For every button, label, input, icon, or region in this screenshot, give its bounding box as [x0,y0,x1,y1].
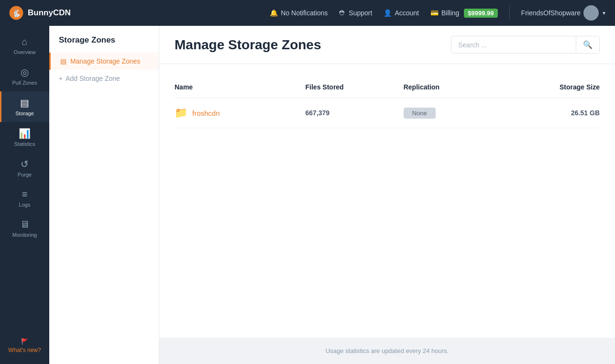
main-content-area: Manage Storage Zones 🔍 Name Files Stored… [159,26,615,364]
main-footer: Usage statistics are updated every 24 ho… [159,338,615,364]
logs-icon: ≡ [22,189,28,200]
support-icon: ⛑ [339,9,346,17]
nav-divider [509,6,510,20]
storage-zone-name-cell: 📁 froshcdn [175,107,306,119]
search-input[interactable] [451,37,576,53]
storage-size-cell: 26.51 GB [502,109,600,117]
whats-new-button[interactable]: 🚩 What's new? [0,332,49,359]
brand-name: BunnyCDN [28,8,71,18]
sidebar-item-overview[interactable]: ⌂ Overview [0,31,49,61]
footer-note: Usage statistics are updated every 24 ho… [175,347,600,354]
folder-icon: 📁 [175,107,187,119]
billing-label: Billing [441,9,459,17]
support-label: Support [349,9,372,17]
sidebar-item-logs[interactable]: ≡ Logs [0,183,49,213]
overview-icon: ⌂ [22,36,27,47]
pull-zones-icon: ◎ [21,66,29,78]
files-stored-cell: 667,379 [306,109,404,117]
sidebar-item-monitoring[interactable]: 🖥 Monitoring [0,213,49,243]
statistics-icon: 📊 [19,128,31,139]
monitoring-icon: 🖥 [20,219,30,230]
replication-badge: None [404,108,436,119]
main-layout: ⌂ Overview ◎ Pull Zones ▤ Storage 📊 Stat… [0,26,615,364]
sidebar-item-purge[interactable]: ↺ Purge [0,153,49,183]
notifications-button[interactable]: 🔔 No Notifications [270,9,328,17]
purge-icon: ↺ [21,158,29,170]
primary-sidebar: ⌂ Overview ◎ Pull Zones ▤ Storage 📊 Stat… [0,26,49,364]
table-row: 📁 froshcdn 667,379 None 26.51 GB [175,98,600,128]
storage-icon: ▤ [20,97,29,109]
search-icon: 🔍 [583,41,593,49]
col-header-files: Files Stored [306,83,404,91]
flag-icon: 🚩 [21,338,28,345]
bell-icon: 🔔 [270,9,278,17]
main-header: Manage Storage Zones 🔍 [159,26,615,64]
search-button[interactable]: 🔍 [576,36,599,53]
col-header-size: Storage Size [502,83,600,91]
user-menu[interactable]: FriendsOfShopware ▼ [521,5,606,21]
manage-storage-zones-label: Manage Storage Zones [70,57,140,65]
add-storage-zone-item[interactable]: + Add Storage Zone [49,70,159,87]
manage-storage-zones-icon: ▤ [60,57,66,65]
username: FriendsOfShopware [521,9,581,17]
search-box: 🔍 [451,36,600,54]
sidebar-item-storage[interactable]: ▤ Storage [0,91,49,122]
secondary-sidebar-title: Storage Zones [49,35,159,53]
storage-zones-table: Name Files Stored Replication Storage Si… [159,64,615,338]
col-header-replication: Replication [404,83,502,91]
brand-logo[interactable]: 🐇 BunnyCDN [9,5,71,21]
add-icon: + [59,75,63,82]
manage-storage-zones-item[interactable]: ▤ Manage Storage Zones [49,53,159,70]
col-header-name: Name [175,83,306,91]
replication-cell: None [404,109,502,117]
billing-amount: $9999.99 [464,9,497,18]
secondary-sidebar: Storage Zones ▤ Manage Storage Zones + A… [49,26,159,364]
storage-zone-link[interactable]: froshcdn [192,109,220,117]
chevron-down-icon: ▼ [602,11,606,16]
topnav: 🐇 BunnyCDN 🔔 No Notifications ⛑ Support … [0,0,615,26]
notifications-label: No Notifications [281,9,328,17]
whats-new-label: What's new? [8,347,41,353]
page-title: Manage Storage Zones [175,37,441,53]
add-storage-zone-label: Add Storage Zone [66,75,120,82]
account-button[interactable]: 👤 Account [384,9,419,17]
sidebar-item-statistics[interactable]: 📊 Statistics [0,122,49,153]
table-header: Name Files Stored Replication Storage Si… [175,78,600,98]
svg-text:🐇: 🐇 [11,9,21,18]
billing-button[interactable]: 💳 Billing $9999.99 [430,9,498,18]
support-button[interactable]: ⛑ Support [339,9,372,17]
bunnycdn-logo-icon: 🐇 [9,5,24,21]
sidebar-item-pull-zones[interactable]: ◎ Pull Zones [0,61,49,91]
billing-icon: 💳 [430,9,439,17]
user-avatar [583,5,599,21]
account-icon: 👤 [384,9,392,17]
account-label: Account [395,9,419,17]
